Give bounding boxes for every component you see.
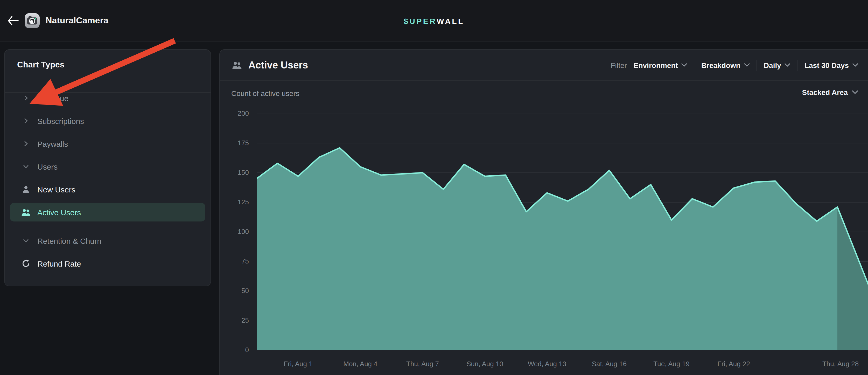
app-window: NaturalCamera $UPERWALL Chart Types Reve… — [0, 0, 868, 375]
chevron-right-icon — [20, 140, 32, 147]
filter-label: Filter — [611, 61, 627, 69]
x-tick-label: Tue, Aug 19 — [653, 360, 689, 368]
date-range-value: Last 30 Days — [804, 61, 849, 69]
logo-suffix: WALL — [437, 16, 464, 25]
chevron-right-icon — [20, 95, 32, 101]
sidebar-item-users[interactable]: Users — [10, 157, 205, 176]
granularity-value: Daily — [764, 61, 781, 69]
sidebar-item-refund-rate[interactable]: Refund Rate — [10, 254, 205, 273]
sidebar-item-label: Retention & Churn — [37, 236, 101, 245]
controls-divider — [797, 59, 798, 71]
controls-divider — [694, 59, 694, 71]
date-range-dropdown[interactable]: Last 30 Days — [804, 61, 858, 69]
chevron-down-icon — [20, 164, 32, 169]
y-tick-label: 25 — [220, 316, 249, 325]
top-bar: NaturalCamera $UPERWALL — [0, 0, 868, 41]
chevron-down-icon — [852, 90, 858, 94]
chevron-down-icon — [682, 63, 687, 67]
chevron-down-icon — [785, 63, 790, 67]
chart-controls: Filter Environment Breakdown Daily Last … — [611, 50, 859, 81]
area-fill-dimmed — [837, 207, 868, 350]
area-chart — [257, 114, 868, 350]
chart-title: Active Users — [248, 59, 308, 71]
x-tick-label: Thu, Aug 28 — [823, 360, 859, 368]
sidebar-item-label: Users — [37, 162, 58, 171]
environment-value: Environment — [633, 61, 678, 69]
person-icon — [20, 185, 32, 193]
chevron-down-icon — [20, 238, 32, 243]
area-fill — [257, 148, 837, 350]
chevron-down-icon — [744, 63, 750, 67]
x-tick-label: Wed, Aug 13 — [528, 360, 566, 368]
active-users-chart-panel: Active Users Filter Environment Breakdow… — [219, 49, 868, 375]
sidebar-item-revenue[interactable]: Revenue — [10, 89, 205, 107]
y-tick-label: 125 — [220, 198, 249, 207]
x-tick-label: Fri, Aug 22 — [717, 360, 750, 368]
granularity-dropdown[interactable]: Daily — [764, 61, 790, 69]
chart-header-divider — [220, 81, 868, 81]
y-tick-label: 0 — [220, 345, 249, 355]
y-tick-label: 100 — [220, 227, 249, 237]
sidebar-item-active-users[interactable]: Active Users — [10, 203, 205, 221]
x-axis-labels: Fri, Aug 1Mon, Aug 4Thu, Aug 7Sun, Aug 1… — [257, 360, 868, 370]
sidebar-item-label: Active Users — [37, 208, 81, 217]
sidebar-item-subscriptions[interactable]: Subscriptions — [10, 112, 205, 130]
sidebar-item-paywalls[interactable]: Paywalls — [10, 134, 205, 153]
x-tick-label: Sat, Aug 16 — [592, 360, 627, 368]
chart-type-dropdown[interactable]: Stacked Area — [802, 88, 858, 96]
y-tick-label: 150 — [220, 168, 249, 177]
breakdown-value: Breakdown — [701, 61, 740, 69]
sidebar-item-retention-churn[interactable]: Retention & Churn — [10, 231, 205, 250]
sidebar-item-label: Revenue — [37, 94, 68, 102]
chart-type-value: Stacked Area — [802, 88, 848, 96]
x-tick-label: Fri, Aug 1 — [284, 360, 312, 368]
breakdown-dropdown[interactable]: Breakdown — [701, 61, 750, 69]
y-tick-label: 50 — [220, 286, 249, 295]
y-tick-label: 200 — [220, 109, 249, 118]
y-tick-label: 75 — [220, 257, 249, 266]
environment-dropdown[interactable]: Environment — [633, 61, 687, 69]
x-tick-label: Thu, Aug 7 — [406, 360, 439, 368]
sidebar-item-label: Paywalls — [37, 139, 68, 148]
x-tick-label: Mon, Aug 4 — [343, 360, 377, 368]
sidebar-item-new-users[interactable]: New Users — [10, 180, 205, 199]
sidebar-item-label: Refund Rate — [37, 259, 81, 268]
chevron-down-icon — [852, 63, 858, 67]
logo-prefix: $UPER — [404, 16, 437, 25]
chevron-right-icon — [20, 118, 32, 124]
sidebar-item-label: New Users — [37, 185, 75, 194]
x-tick-label: Sun, Aug 10 — [466, 360, 503, 368]
superwall-logo: $UPERWALL — [0, 0, 868, 41]
sidebar-item-label: Subscriptions — [37, 117, 84, 125]
chart-types-sidebar: Chart Types Revenue Subscriptions Paywal… — [4, 49, 211, 286]
sidebar-title: Chart Types — [17, 60, 65, 69]
y-axis-labels: 0255075100125150175200 — [220, 50, 249, 375]
people-icon — [20, 208, 32, 216]
controls-divider — [756, 59, 757, 71]
y-tick-label: 175 — [220, 138, 249, 148]
refresh-icon — [20, 259, 32, 268]
